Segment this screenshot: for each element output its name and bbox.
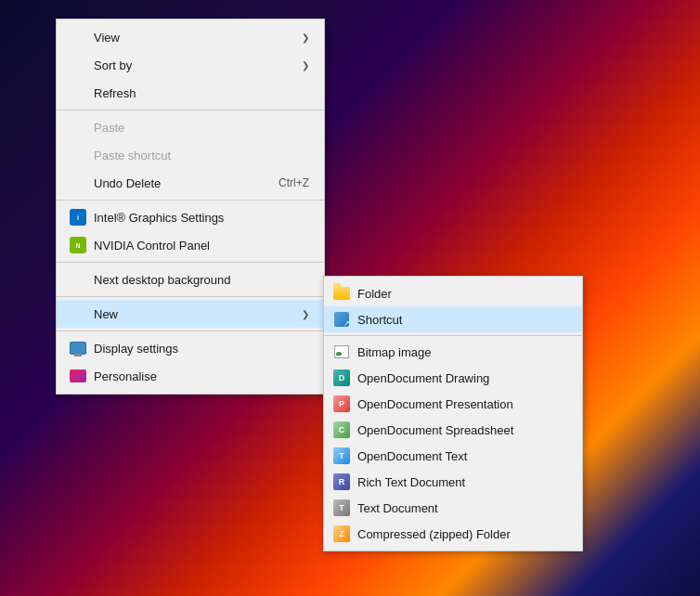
- context-menu: View ❯ Sort by ❯ Refresh Paste Paste sho…: [56, 19, 325, 395]
- folder-icon: [331, 284, 352, 303]
- rtf-label: Rich Text Document: [357, 475, 567, 489]
- bitmap-icon: [331, 343, 352, 361]
- paste-icon: [68, 118, 88, 136]
- menu-item-view[interactable]: View ❯: [57, 23, 324, 51]
- undo-delete-shortcut: Ctrl+Z: [279, 176, 309, 189]
- submenu-od-drawing[interactable]: D OpenDocument Drawing: [324, 365, 582, 391]
- submenu-zip[interactable]: Z Compressed (zipped) Folder: [324, 521, 582, 547]
- folder-label: Folder: [357, 287, 567, 301]
- menu-item-new[interactable]: New ❯: [57, 300, 324, 328]
- submenu-txt[interactable]: T Text Document: [324, 495, 582, 521]
- od-spreadsheet-icon: C: [331, 421, 352, 439]
- refresh-label: Refresh: [94, 86, 309, 100]
- next-bg-label: Next desktop background: [94, 273, 309, 287]
- menu-item-undo-delete[interactable]: Undo Delete Ctrl+Z: [57, 169, 324, 197]
- submenu-rtf[interactable]: R Rich Text Document: [324, 469, 582, 495]
- menu-item-refresh[interactable]: Refresh: [57, 79, 324, 107]
- view-icon: [68, 28, 88, 46]
- new-arrow: ❯: [302, 309, 309, 319]
- submenu-bitmap[interactable]: Bitmap image: [324, 339, 582, 365]
- submenu-od-spreadsheet[interactable]: C OpenDocument Spreadsheet: [324, 417, 582, 443]
- txt-icon: T: [331, 499, 352, 517]
- shortcut-label: Shortcut: [357, 313, 567, 327]
- sort-by-arrow: ❯: [302, 60, 309, 71]
- od-presentation-icon: P: [331, 395, 352, 413]
- personalise-label: Personalise: [94, 369, 309, 383]
- refresh-icon: [68, 84, 88, 102]
- shortcut-icon: [331, 310, 352, 329]
- od-drawing-icon: D: [331, 369, 352, 387]
- menu-item-nvidia[interactable]: N NVIDIA Control Panel: [57, 231, 324, 259]
- submenu-new: Folder Shortcut Bitmap image D OpenDocum…: [323, 276, 583, 551]
- submenu-od-text[interactable]: T OpenDocument Text: [324, 443, 582, 469]
- display-settings-icon: [68, 339, 88, 357]
- menu-item-paste[interactable]: Paste: [57, 113, 324, 141]
- txt-label: Text Document: [357, 501, 567, 515]
- separator-1: [57, 110, 324, 110]
- separator-2: [57, 200, 324, 201]
- submenu-shortcut[interactable]: Shortcut: [324, 306, 582, 332]
- undo-delete-icon: [68, 174, 88, 192]
- od-drawing-label: OpenDocument Drawing: [357, 371, 567, 385]
- od-spreadsheet-label: OpenDocument Spreadsheet: [357, 423, 567, 437]
- zip-icon: Z: [331, 525, 352, 543]
- nvidia-label: NVIDIA Control Panel: [94, 239, 309, 253]
- od-text-label: OpenDocument Text: [357, 449, 567, 463]
- submenu-folder[interactable]: Folder: [324, 280, 582, 306]
- view-arrow: ❯: [302, 32, 309, 43]
- intel-label: Intel® Graphics Settings: [94, 211, 309, 225]
- separator-3: [57, 262, 324, 263]
- new-label: New: [94, 307, 302, 321]
- next-bg-icon: [68, 270, 88, 289]
- submenu-separator-1: [324, 335, 582, 336]
- intel-icon: i: [68, 208, 88, 227]
- paste-label: Paste: [94, 121, 309, 135]
- submenu-od-presentation[interactable]: P OpenDocument Presentation: [324, 391, 582, 417]
- menu-item-display-settings[interactable]: Display settings: [57, 334, 324, 362]
- paste-shortcut-icon: [68, 146, 88, 164]
- paste-shortcut-label: Paste shortcut: [94, 149, 309, 162]
- undo-delete-label: Undo Delete: [94, 176, 279, 190]
- od-text-icon: T: [331, 447, 352, 465]
- nvidia-icon: N: [68, 236, 88, 254]
- sort-by-icon: [68, 56, 88, 74]
- od-presentation-label: OpenDocument Presentation: [357, 397, 567, 411]
- menu-item-next-bg[interactable]: Next desktop background: [57, 266, 324, 293]
- personalise-icon: [68, 367, 88, 385]
- view-label: View: [94, 31, 302, 45]
- rtf-icon: R: [331, 473, 352, 491]
- sort-by-label: Sort by: [94, 58, 302, 72]
- zip-label: Compressed (zipped) Folder: [357, 527, 567, 541]
- menu-item-paste-shortcut[interactable]: Paste shortcut: [57, 141, 324, 169]
- display-settings-label: Display settings: [94, 342, 309, 356]
- separator-4: [57, 296, 324, 297]
- menu-item-sort-by[interactable]: Sort by ❯: [57, 51, 324, 79]
- bitmap-label: Bitmap image: [357, 345, 567, 359]
- menu-item-personalise[interactable]: Personalise: [57, 362, 324, 390]
- separator-5: [57, 330, 324, 331]
- menu-item-intel[interactable]: i Intel® Graphics Settings: [57, 203, 324, 231]
- new-icon: [68, 304, 88, 323]
